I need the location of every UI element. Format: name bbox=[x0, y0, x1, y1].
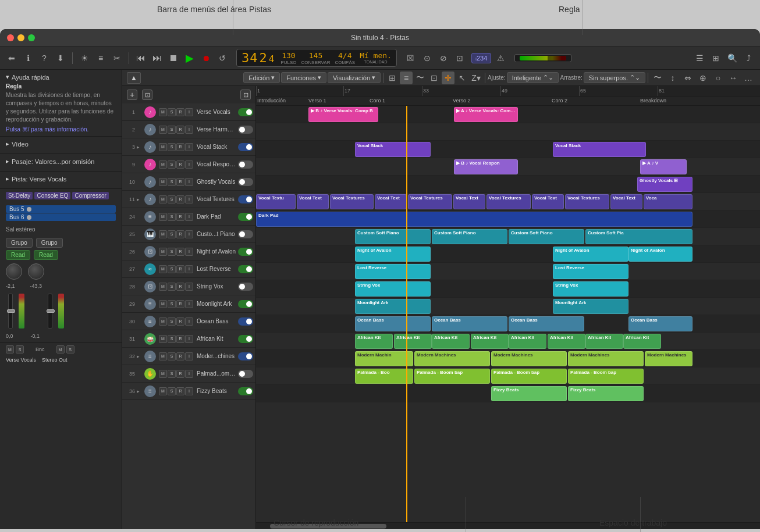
clip[interactable]: Vocal Stack bbox=[553, 142, 646, 157]
track-header-31[interactable]: 31 🥁 M S R I African Kit bbox=[122, 330, 255, 348]
clip[interactable]: Vocal Textures bbox=[330, 194, 374, 209]
track-header-29[interactable]: 29 ≡ M S R I Moonlight Ark bbox=[122, 295, 255, 313]
track-r-25[interactable]: R bbox=[176, 230, 184, 238]
minimize-button[interactable] bbox=[17, 34, 24, 41]
content-row-12[interactable]: Ocean BassOcean BassOcean BassOcean Bass bbox=[256, 315, 760, 333]
track-m-27[interactable]: M bbox=[159, 265, 167, 273]
toolbar-list-icon[interactable]: ☰ bbox=[692, 51, 706, 65]
maximize-button[interactable] bbox=[28, 34, 35, 41]
track-header-36[interactable]: 36 ▸ ≡ M S R I Fizzy Beats bbox=[122, 383, 255, 400]
track-i-28[interactable]: I bbox=[185, 283, 193, 291]
track-i-1[interactable]: I bbox=[185, 108, 193, 116]
clip[interactable]: Vocal Textures bbox=[486, 194, 531, 209]
clip[interactable]: String Vox bbox=[553, 281, 628, 297]
content-row-8[interactable]: Night of AvalonNight of AvalonNight of A… bbox=[256, 245, 760, 263]
toolbar-right-1[interactable]: ☒ bbox=[404, 51, 418, 65]
track-s-24[interactable]: S bbox=[168, 213, 176, 221]
track-header-2[interactable]: 2 ♪ M S R I Verse Harmony bbox=[122, 121, 255, 138]
midi-btn[interactable]: ⊡ bbox=[428, 72, 441, 84]
m-btn-1[interactable]: M bbox=[6, 345, 14, 354]
track-m-2[interactable]: M bbox=[159, 126, 167, 134]
track-toggle-10[interactable] bbox=[238, 178, 253, 186]
stop-button[interactable]: ⏹ bbox=[166, 51, 180, 65]
track-r-35[interactable]: R bbox=[176, 370, 184, 378]
sidebar-video-header[interactable]: ▸ Vídeo bbox=[6, 140, 116, 148]
track-m-29[interactable]: M bbox=[159, 300, 167, 308]
clip[interactable]: African Kit bbox=[394, 334, 432, 349]
clip[interactable]: Vocal Textures bbox=[565, 194, 609, 209]
fast-forward-button[interactable]: ⏭ bbox=[150, 51, 164, 65]
track-m-28[interactable]: M bbox=[159, 283, 167, 291]
track-toggle-27[interactable] bbox=[238, 265, 253, 273]
track-header-25[interactable]: 25 🎹 M S R I Custo...t Piano bbox=[122, 226, 255, 243]
track-r-26[interactable]: R bbox=[176, 248, 184, 256]
track-header-26[interactable]: 26 ⊡ M S R I Night of Avalon bbox=[122, 243, 255, 260]
toolbar-alert-icon[interactable]: ⚠ bbox=[493, 51, 507, 65]
track-i-26[interactable]: I bbox=[185, 248, 193, 256]
content-row-1[interactable] bbox=[256, 123, 760, 141]
track-s-2[interactable]: S bbox=[168, 126, 176, 134]
toolbar-share-icon[interactable]: ⤴ bbox=[741, 51, 755, 65]
track-r-31[interactable]: R bbox=[176, 335, 184, 343]
content-row-16[interactable]: Fizzy BeatsFizzy Beats bbox=[256, 385, 760, 402]
add-track-btn[interactable]: + bbox=[127, 90, 137, 100]
grid-view-btn[interactable]: ⊞ bbox=[386, 72, 399, 84]
toolbar-icon-1[interactable]: ⬅ bbox=[5, 51, 19, 65]
clip[interactable]: Night of Avalon bbox=[628, 247, 692, 262]
track-toggle-31[interactable] bbox=[238, 335, 253, 343]
circle-btn[interactable]: ○ bbox=[711, 71, 725, 85]
track-toggle-36[interactable] bbox=[238, 387, 253, 395]
track-expand-${track.num}[interactable]: ▸ bbox=[137, 354, 143, 359]
track-i-2[interactable]: I bbox=[185, 126, 193, 134]
track-m-30[interactable]: M bbox=[159, 317, 167, 326]
toolbar-icon-3[interactable]: ? bbox=[37, 51, 51, 65]
track-r-36[interactable]: R bbox=[176, 387, 184, 395]
content-row-9[interactable]: Lost ReverseLost Reverse bbox=[256, 263, 760, 280]
toolbar-grid-icon[interactable]: ⊞ bbox=[709, 51, 723, 65]
clip[interactable]: Custom Soft Pia bbox=[585, 229, 692, 244]
track-r-27[interactable]: R bbox=[176, 265, 184, 273]
toolbar-icon-4[interactable]: ⬇ bbox=[54, 51, 68, 65]
clip[interactable]: African Kit bbox=[432, 334, 470, 349]
track-i-32[interactable]: I bbox=[185, 352, 193, 360]
rewind-button[interactable]: ⏮ bbox=[134, 51, 148, 65]
content-row-0[interactable]: ▶ B ♪ Verse Vocals: Comp B▶ A ♪ Verse Vo… bbox=[256, 106, 760, 123]
track-toggle-26[interactable] bbox=[238, 248, 253, 256]
clip[interactable]: Modern Machin bbox=[355, 351, 413, 366]
track-i-9[interactable]: I bbox=[185, 160, 193, 169]
track-s-29[interactable]: S bbox=[168, 300, 176, 308]
content-row-3[interactable]: ▶ B ♪ Vocal Respon▶ A ♪ V bbox=[256, 158, 760, 176]
s-btn-1[interactable]: S bbox=[16, 345, 24, 354]
pointer-btn[interactable]: ↖ bbox=[456, 72, 468, 84]
waveform-btn[interactable]: 〜 bbox=[414, 72, 427, 84]
clip[interactable]: Lost Reverse bbox=[355, 264, 431, 279]
plugin-stdelay[interactable]: St-Delay bbox=[6, 192, 33, 199]
track-r-29[interactable]: R bbox=[176, 300, 184, 308]
track-i-30[interactable]: I bbox=[185, 317, 193, 326]
clip[interactable]: Modern Machines bbox=[568, 351, 644, 366]
clip[interactable]: African Kit bbox=[471, 334, 509, 349]
clip[interactable]: ▶ A ♪ V bbox=[640, 159, 687, 174]
content-row-4[interactable]: Ghostly Vocals ⊞ bbox=[256, 176, 760, 193]
track-s-10[interactable]: S bbox=[168, 178, 176, 186]
content-row-7[interactable]: Custom Soft PianoCustom Soft PianoCustom… bbox=[256, 228, 760, 245]
track-toggle-35[interactable] bbox=[238, 370, 253, 378]
clip[interactable]: String Vox bbox=[355, 281, 431, 297]
clip[interactable]: Lost Reverse bbox=[553, 264, 628, 279]
track-toggle-9[interactable] bbox=[238, 160, 253, 169]
track-options-btn[interactable]: ⊡ bbox=[240, 90, 251, 100]
visualizacion-btn[interactable]: Visualización ▾ bbox=[328, 72, 381, 83]
sidebar-ayuda-header[interactable]: ▾ Ayuda rápida bbox=[6, 73, 116, 81]
track-r-1[interactable]: R bbox=[176, 108, 184, 116]
clip[interactable]: Vocal Textu bbox=[256, 194, 296, 209]
funciones-btn[interactable]: Funciones ▾ bbox=[281, 72, 326, 83]
clip[interactable]: Palmada - Boom bap bbox=[414, 369, 490, 384]
track-s-25[interactable]: S bbox=[168, 230, 176, 238]
cursor-btn[interactable]: ✛ bbox=[442, 72, 454, 84]
toolbar-right-4[interactable]: ⊡ bbox=[453, 51, 467, 65]
toolbar-search-icon[interactable]: 🔍 bbox=[725, 51, 739, 65]
bus-6[interactable]: Bus 6 bbox=[6, 213, 116, 221]
track-content-scroll[interactable]: ▶ B ♪ Verse Vocals: Comp B▶ A ♪ Verse Vo… bbox=[256, 106, 760, 522]
track-r-9[interactable]: R bbox=[176, 160, 184, 169]
loop-button[interactable]: ↺ bbox=[215, 51, 229, 65]
